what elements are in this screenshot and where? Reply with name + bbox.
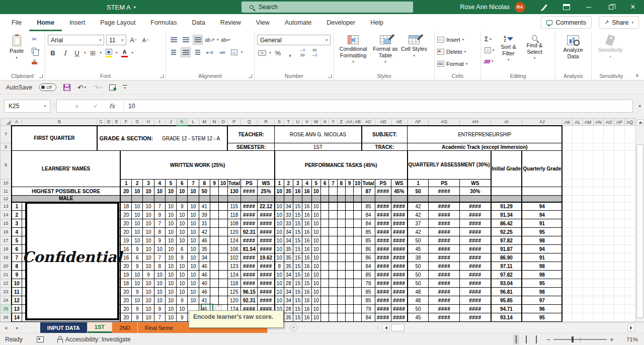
cell[interactable]: 16 [302,211,311,219]
cell[interactable]: 10 [275,236,284,245]
cell[interactable] [219,202,228,211]
cell[interactable] [345,187,353,196]
cell[interactable]: 10 [154,288,165,296]
cell[interactable]: 10 [177,219,188,228]
cell[interactable]: ENTREPRENEURSHIP [408,126,562,143]
cell[interactable]: 123 [227,262,240,271]
cell[interactable] [593,288,604,296]
cell[interactable] [604,313,614,322]
cell[interactable] [614,305,625,313]
increase-font-button[interactable]: A^ [128,35,138,45]
cell[interactable] [354,313,362,322]
cell[interactable]: #### [240,202,258,211]
cell[interactable]: 5 [12,236,22,245]
cell[interactable] [614,245,625,253]
customize-qat-button[interactable]: ▾ [123,85,127,90]
cell[interactable]: 96.81 [491,288,522,296]
cell[interactable]: #### [258,296,275,305]
cell[interactable]: #### [391,228,407,236]
cell[interactable] [593,126,604,143]
cell[interactable] [604,279,614,288]
orientation-button[interactable]: ab↗ [205,35,215,45]
cell[interactable]: #### [240,279,258,288]
cell[interactable] [573,313,583,322]
cell[interactable] [320,228,329,236]
cell[interactable]: 10 [165,313,176,322]
cell[interactable] [345,236,353,245]
cell[interactable] [624,143,635,151]
cell[interactable]: 9 [345,180,353,187]
cell[interactable]: 10 [219,180,228,187]
cell[interactable]: #### [240,211,258,219]
cell[interactable]: 16 [302,236,311,245]
cell[interactable]: MALE [12,196,121,202]
cell[interactable] [345,279,353,288]
cell[interactable]: 16 [302,253,311,262]
cell[interactable]: 10 [311,245,320,253]
cell[interactable] [522,187,562,196]
cell[interactable]: SUBJECT: [362,126,408,143]
cell[interactable] [593,228,604,236]
cell[interactable]: 20 [120,211,131,219]
column-header[interactable]: AP [614,119,625,126]
cell[interactable]: #### [258,211,275,219]
cell[interactable] [345,313,353,322]
cell[interactable] [604,202,614,211]
cell[interactable] [219,196,228,202]
decrease-indent-button[interactable]: ⇤≡ [205,47,215,57]
cell[interactable] [573,126,583,143]
font-dialog-launcher-icon[interactable] [160,74,164,78]
cell[interactable]: 92.31 [240,228,258,236]
cell[interactable]: 15 [293,271,302,279]
row-header[interactable]: 7 [1,126,12,143]
cell[interactable] [604,187,614,196]
row-header[interactable]: 23 [1,288,12,296]
comma-style-button[interactable]: , [285,48,295,58]
cell[interactable] [188,196,199,202]
zoom-slider[interactable] [553,339,607,340]
cell[interactable] [604,228,614,236]
cell[interactable]: 15 [293,296,302,305]
cell[interactable]: #### [429,211,460,219]
cell[interactable] [354,288,362,296]
cell[interactable] [593,180,604,187]
cell[interactable] [562,219,573,228]
cell[interactable]: #### [240,253,258,262]
row-header[interactable]: 11 [1,187,12,196]
cell[interactable]: 10 [275,219,284,228]
collapse-ribbon-button[interactable]: ∧ [635,72,639,78]
cell[interactable] [583,245,593,253]
number-dialog-launcher-icon[interactable] [328,74,332,78]
cell[interactable]: 10 [165,187,176,196]
cell[interactable] [604,151,614,180]
cell[interactable]: 94 [522,245,562,253]
cell[interactable] [624,196,635,202]
expand-formula-bar-icon[interactable]: ▾ [638,104,641,109]
cell[interactable] [573,180,583,187]
formula-input[interactable]: × ✓ fx 10 [56,100,633,113]
cell[interactable]: 8 [199,180,210,187]
cell[interactable]: 10 [275,296,284,305]
cell[interactable]: 34 [284,228,293,236]
cell[interactable]: #### [391,202,407,211]
cell[interactable]: 91.34 [491,211,522,219]
cell[interactable] [210,196,218,202]
cell[interactable] [593,262,604,271]
cell[interactable]: 10 [154,271,165,279]
cell-styles-button[interactable]: Cell Styles▾ [401,34,427,71]
cell[interactable]: 10 [143,211,154,219]
cell[interactable]: 10 [177,305,188,313]
cell[interactable] [583,202,593,211]
ribbon-tab-data[interactable]: Data [184,14,212,31]
column-header[interactable]: V [302,119,311,126]
column-header[interactable]: U [293,119,302,126]
cell[interactable] [614,151,625,180]
cell[interactable]: 16 [302,288,311,296]
cell[interactable]: PS [429,180,460,187]
cell[interactable] [329,271,337,279]
cell[interactable] [593,211,604,219]
cut-button[interactable]: ✂ [31,35,41,44]
cell[interactable]: 79 [362,305,375,313]
cell[interactable] [583,296,593,305]
cell[interactable] [562,245,573,253]
